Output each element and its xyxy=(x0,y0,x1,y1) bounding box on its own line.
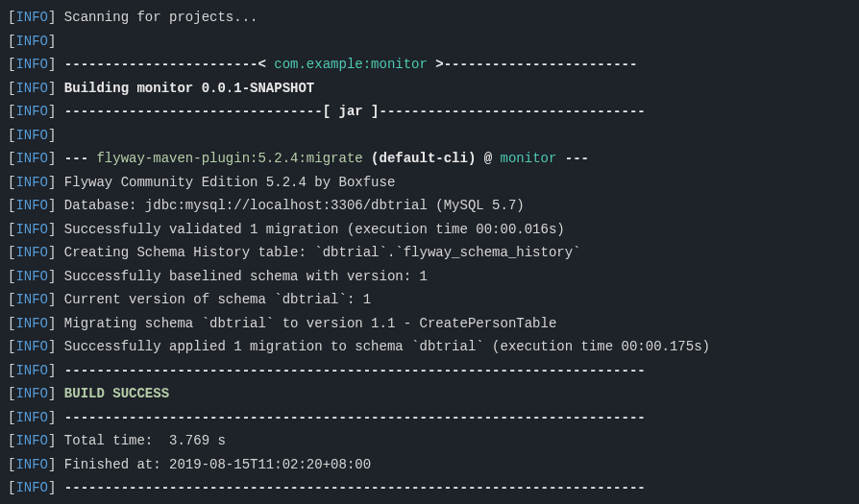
log-line: [INFO] ---------------------------------… xyxy=(8,406,851,430)
rule-left: ------------------------< xyxy=(64,57,274,72)
log-line: [INFO] Finished at: 2019-08-15T11:02:20+… xyxy=(8,453,851,477)
log-line: [INFO] Successfully baselined schema wit… xyxy=(8,265,851,289)
rule-right: >------------------------ xyxy=(428,57,637,72)
packaging-rule: --------------------------------[ jar ]-… xyxy=(64,104,646,119)
plugin-module: monitor xyxy=(501,151,557,166)
plugin-rule-right: --- xyxy=(556,151,589,166)
separator-rule: ----------------------------------------… xyxy=(64,410,646,425)
log-text: Flyway Community Edition 5.2.4 by Boxfus… xyxy=(64,175,395,190)
separator-rule: ----------------------------------------… xyxy=(64,363,646,378)
log-line: [INFO] Successfully validated 1 migratio… xyxy=(8,218,851,242)
log-text: Successfully applied 1 migration to sche… xyxy=(64,339,710,354)
log-line: [INFO] Flyway Community Edition 5.2.4 by… xyxy=(8,171,851,195)
log-line: [INFO] Creating Schema History table: `d… xyxy=(8,241,851,265)
log-line: [INFO] xyxy=(8,124,851,148)
plugin-goal: flyway-maven-plugin:5.2.4:migrate xyxy=(96,151,362,166)
building-line: Building monitor 0.0.1-SNAPSHOT xyxy=(64,81,314,96)
log-line: [INFO] Building monitor 0.0.1-SNAPSHOT xyxy=(8,77,851,101)
log-text: Successfully validated 1 migration (exec… xyxy=(64,222,565,237)
log-line: [INFO] Successfully applied 1 migration … xyxy=(8,335,851,359)
log-line: [INFO] xyxy=(8,30,851,54)
log-line: [INFO] ------------------------< com.exa… xyxy=(8,53,851,77)
log-text: Creating Schema History table: `dbtrial`… xyxy=(64,245,581,260)
log-line: [INFO] Current version of schema `dbtria… xyxy=(8,288,851,312)
log-text: Scanning for projects... xyxy=(64,10,258,25)
log-line: [INFO] --------------------------------[… xyxy=(8,100,851,124)
log-line: [INFO] Total time: 3.769 s xyxy=(8,429,851,453)
project-coords: com.example:monitor xyxy=(274,57,428,72)
tag-close: ] xyxy=(48,10,56,25)
log-text: Successfully baselined schema with versi… xyxy=(64,269,428,284)
tag-level: INFO xyxy=(15,10,48,25)
finished-at: Finished at: 2019-08-15T11:02:20+08:00 xyxy=(64,457,371,472)
log-line: [INFO] ---------------------------------… xyxy=(8,359,851,383)
log-text: Migrating schema `dbtrial` to version 1.… xyxy=(64,316,556,331)
log-line: [INFO] Migrating schema `dbtrial` to ver… xyxy=(8,312,851,336)
log-line: [INFO] ---------------------------------… xyxy=(8,476,851,500)
log-text: Database: jdbc:mysql://localhost:3306/db… xyxy=(64,198,525,213)
log-text: Current version of schema `dbtrial`: 1 xyxy=(64,292,371,307)
plugin-exec: (default-cli) xyxy=(363,151,477,166)
separator-rule: ----------------------------------------… xyxy=(64,480,646,495)
terminal-output: [INFO] Scanning for projects... [INFO] [… xyxy=(0,0,859,504)
log-line: [INFO] BUILD SUCCESS xyxy=(8,382,851,406)
build-success: BUILD SUCCESS xyxy=(64,386,169,401)
total-time: Total time: 3.769 s xyxy=(64,433,226,448)
log-line: [INFO] Database: jdbc:mysql://localhost:… xyxy=(8,194,851,218)
log-line: [INFO] Scanning for projects... xyxy=(8,6,851,30)
log-line: [INFO] --- flyway-maven-plugin:5.2.4:mig… xyxy=(8,147,851,171)
plugin-rule-left: --- xyxy=(64,151,97,166)
plugin-at: @ xyxy=(476,151,500,166)
